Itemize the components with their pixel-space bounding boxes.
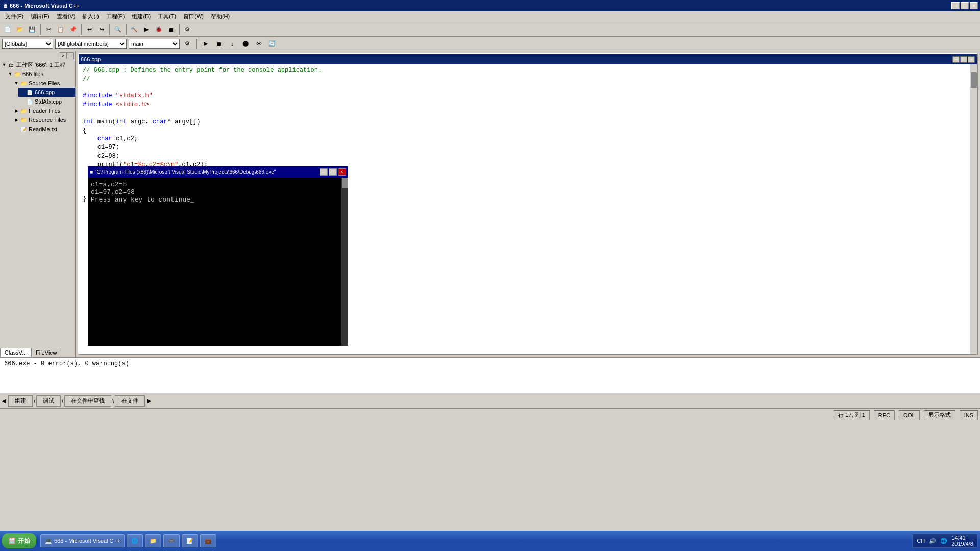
menu-edit[interactable]: 编辑(E)	[28, 12, 53, 21]
code-line-6	[83, 109, 966, 118]
debug-btn[interactable]: 🐞	[153, 24, 164, 35]
editor-minimize-btn[interactable]: ─	[952, 56, 960, 63]
close-button[interactable]: ×	[970, 2, 978, 9]
nav-tabs-bar: ◀ 组建 / 调试 \ 在文件中查找 \ 在文件 ▶	[0, 393, 980, 408]
nav-tab-find[interactable]: 在文件中查找	[64, 395, 111, 407]
fileview-tab[interactable]: FileView	[31, 348, 61, 357]
file-stdafx[interactable]: 📄 StdAfx.cpp	[18, 97, 75, 106]
taskbar-item-vc[interactable]: 💻 666 - Microsoft Visual C++	[40, 534, 125, 547]
sep3	[109, 24, 110, 35]
extra-btn-2[interactable]: ⚙	[182, 38, 193, 49]
readme-item[interactable]: 📝 ReadMe.txt	[12, 124, 75, 134]
console-minimize-btn[interactable]: ─	[320, 168, 328, 176]
code-line-5: #include <stdio.h>	[83, 101, 966, 109]
scope-dropdown[interactable]: [Globals]	[2, 39, 53, 49]
menu-file[interactable]: 文件(F)	[2, 12, 27, 21]
editor-maximize-btn[interactable]: □	[960, 56, 967, 63]
stdafx-file-icon: 📄	[26, 97, 34, 106]
sidebar-tabs: ClassV... FileView	[0, 348, 75, 357]
extra-icon: 💼	[205, 538, 212, 544]
save-btn[interactable]: 💾	[27, 24, 38, 35]
function-dropdown[interactable]: main	[129, 39, 180, 49]
run-btn[interactable]: ▶	[141, 24, 152, 35]
run-btn-2[interactable]: ▶	[200, 38, 211, 49]
project-item[interactable]: ▼ 📁 666 files	[6, 69, 75, 79]
nav-arrow-right[interactable]: ▶	[147, 398, 151, 404]
file-stdafx-expand	[19, 98, 26, 105]
minimize-button[interactable]: ─	[951, 2, 960, 9]
sidebar-collapse-btn[interactable]: ×	[60, 52, 67, 59]
vc-icon: 💻	[45, 538, 52, 544]
console-title-bar: ■ "C:\Program Files (x86)\Microsoft Visu…	[88, 166, 348, 178]
menu-view[interactable]: 查看(V)	[54, 12, 79, 21]
source-files-item[interactable]: ▼ 📁 Source Files	[12, 79, 75, 88]
stop-btn[interactable]: ⏹	[165, 24, 177, 35]
taskbar-item-extra[interactable]: 💼	[200, 534, 216, 547]
menu-tools[interactable]: 工具(T)	[155, 12, 179, 21]
main-window: 🖥 666 - Microsoft Visual C++ ─ □ × 文件(F)…	[0, 0, 980, 551]
menu-window[interactable]: 窗口(W)	[180, 12, 207, 21]
menu-project[interactable]: 工程(P)	[103, 12, 128, 21]
taskbar-item-explorer[interactable]: 📁	[145, 534, 161, 547]
step-btn[interactable]: ↓	[227, 38, 238, 49]
menu-insert[interactable]: 插入(I)	[79, 12, 102, 21]
undo-btn[interactable]: ↩	[84, 24, 95, 35]
readme-icon: 📝	[19, 125, 28, 133]
menu-build[interactable]: 组建(B)	[129, 12, 154, 21]
breakpoint-btn[interactable]: ⬤	[240, 38, 251, 49]
maximize-button[interactable]: □	[961, 2, 969, 9]
nav-tab-debug[interactable]: 调试	[36, 395, 61, 407]
game-icon: 🎮	[168, 538, 175, 544]
stop-btn-2[interactable]: ⏹	[213, 38, 225, 49]
compile-btn[interactable]: 🔨	[129, 24, 140, 35]
taskbar-item-word[interactable]: 📝	[182, 534, 198, 547]
resource-files-label: Resource Files	[29, 117, 66, 123]
file-666cpp[interactable]: 📄 666.cpp	[18, 88, 75, 97]
taskbar-item-ie[interactable]: 🌐	[127, 534, 143, 547]
menu-help[interactable]: 帮助(H)	[208, 12, 233, 21]
system-tray: CH 🔊 🌐 14:41 2019/4/8	[912, 534, 978, 548]
classview-tab[interactable]: ClassV...	[0, 348, 31, 357]
editor-close-btn[interactable]: ×	[968, 56, 975, 63]
extra-btn[interactable]: ⚙	[182, 24, 193, 35]
taskbar-item-game[interactable]: 🎮	[163, 534, 180, 547]
members-dropdown[interactable]: [All global members]	[55, 39, 127, 49]
start-button[interactable]: 🪟 开始	[2, 533, 36, 548]
open-btn[interactable]: 📂	[14, 24, 26, 35]
ie-icon: 🌐	[131, 538, 138, 544]
status-position: 行 17, 列 1	[834, 410, 870, 420]
copy-btn[interactable]: 📋	[55, 24, 66, 35]
console-output-2: c1=97,c2=98	[91, 188, 345, 196]
status-rec: REC	[874, 410, 895, 420]
editor-content: // 666.cpp : Defines the entry point for…	[79, 64, 977, 354]
new-btn[interactable]: 📄	[2, 24, 13, 35]
explorer-icon: 📁	[150, 538, 157, 544]
code-line-3	[83, 84, 966, 92]
search-btn[interactable]: 🔍	[112, 24, 124, 35]
nav-tab-build[interactable]: 组建	[8, 395, 33, 407]
editor-scrollbar[interactable]	[970, 64, 977, 354]
sidebar: × ─ ▼ 🗂 工作区 '666': 1 工程 ▼ 📁 666 files ▼ …	[0, 51, 76, 357]
nav-tab-infile[interactable]: 在文件	[115, 395, 145, 407]
resource-files-item[interactable]: ▶ 📁 Resource Files	[12, 115, 75, 124]
sidebar-pin-btn[interactable]: ─	[67, 52, 74, 59]
console-maximize-btn[interactable]: □	[329, 168, 337, 176]
refresh-btn[interactable]: 🔄	[266, 38, 278, 49]
workspace-item[interactable]: ▼ 🗂 工作区 '666': 1 工程	[0, 60, 75, 69]
redo-btn[interactable]: ↪	[96, 24, 107, 35]
header-expand-icon: ▶	[13, 108, 19, 114]
nav-arrow-left[interactable]: ◀	[2, 398, 6, 404]
paste-btn[interactable]: 📌	[67, 24, 79, 35]
header-files-item[interactable]: ▶ 📁 Header Files	[12, 106, 75, 115]
source-files-label: Source Files	[29, 80, 60, 86]
workspace-expand-icon: ▼	[1, 62, 7, 68]
cut-btn[interactable]: ✂	[43, 24, 54, 35]
console-close-btn[interactable]: ×	[338, 168, 346, 176]
vc-label: 666 - Microsoft Visual C++	[54, 538, 120, 544]
header-folder-icon: 📁	[19, 107, 28, 115]
file-666cpp-expand	[19, 89, 26, 95]
console-scrollbar[interactable]	[341, 178, 348, 346]
console-title: "C:\Program Files (x86)\Microsoft Visual…	[95, 169, 320, 175]
watch-btn[interactable]: 👁	[253, 38, 264, 49]
word-icon: 📝	[186, 538, 193, 544]
